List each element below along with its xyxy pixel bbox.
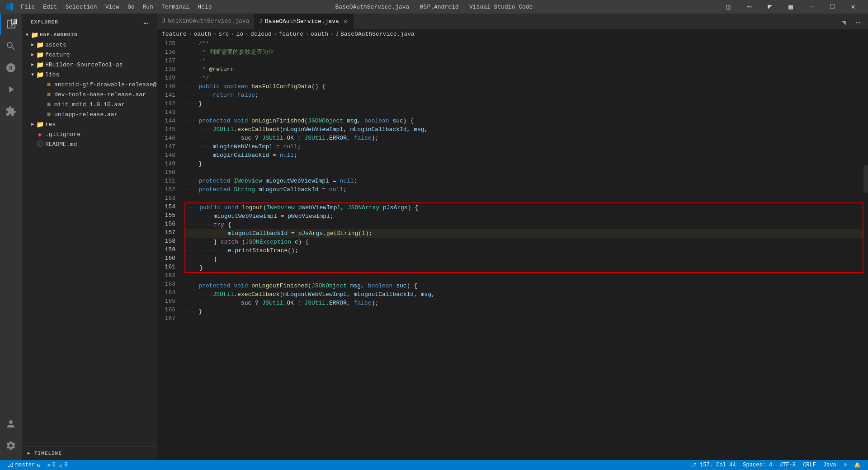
breadcrumb-sep-1: › (189, 31, 192, 38)
breadcrumb-io[interactable]: io (236, 31, 243, 38)
folder-icon-feature: 📁 (36, 51, 43, 58)
breadcrumb-oauth1[interactable]: oauth (193, 31, 211, 38)
status-eol[interactable]: CRLF (799, 460, 820, 470)
layout2-btn[interactable]: ▦ (780, 0, 801, 14)
menu-help[interactable]: Help (194, 3, 215, 11)
split-editor-btn[interactable]: ◥ (837, 16, 850, 29)
sidebar-toggle-btn[interactable]: ◫ (718, 0, 739, 14)
breadcrumb-sep-3: › (231, 31, 235, 38)
layout-btn[interactable]: ▭ (739, 0, 760, 14)
minimize-btn[interactable]: − (801, 0, 822, 14)
tab-baseoauth[interactable]: J BaseOAuthService.java ✕ (254, 14, 354, 29)
tree-item-root[interactable]: ▼ 📁 H5P.ANDROID (22, 30, 157, 40)
more-actions-btn[interactable]: ⋯ (852, 16, 864, 29)
tab-label-baseoauth: BaseOAuthService.java (265, 18, 339, 25)
tree-item-hbuilder[interactable]: ► 📁 HBuilder-SourceTool-as (22, 60, 157, 70)
tree-item-feature[interactable]: ► 📁 feature (22, 50, 157, 60)
maximize-btn[interactable]: □ (822, 0, 843, 14)
menu-go[interactable]: Go (124, 3, 138, 11)
code-line-139: ·····*/ (184, 74, 863, 82)
menu-terminal[interactable]: Terminal (158, 3, 193, 11)
status-spaces[interactable]: Spaces: 4 (739, 460, 776, 470)
activity-run[interactable] (0, 79, 22, 100)
editor-area: J WeiXinOAuthService.java J BaseOAuthSer… (157, 14, 868, 460)
code-line-157: ············mLogoutCallbackId = pJsArgs.… (185, 229, 863, 238)
tree-label-uniapp: uniapp-release.aar (54, 111, 118, 118)
breadcrumb-sep-2: › (213, 31, 217, 38)
menu-view[interactable]: View (102, 3, 123, 11)
tree-item-miit[interactable]: ► ■ miit_mdid_1.0.10.aar (22, 99, 157, 109)
tree-arrow-res: ► (29, 121, 36, 128)
code-line-167 (184, 316, 863, 324)
minimap-thumb[interactable] (863, 165, 868, 193)
status-notifications[interactable]: 🔔 (850, 460, 864, 470)
code-line-150 (184, 168, 863, 177)
tree-item-assets[interactable]: ► 📁 assets (22, 40, 157, 50)
activity-bar (0, 14, 22, 460)
folder-icon-res: 📁 (36, 121, 43, 128)
code-line-151: ····protected IWebview mLogoutWebViewImp… (184, 177, 863, 185)
tree-item-res[interactable]: ► 📁 res (22, 119, 157, 129)
code-editor: 135 136 137 138 139 140 141 142 143 144 … (157, 39, 868, 460)
timeline-section: ► TIMELINE (22, 446, 157, 460)
tab-close-baseoauth[interactable]: ✕ (342, 18, 349, 25)
code-line-143 (184, 108, 863, 117)
activity-search[interactable] (0, 35, 22, 57)
status-language[interactable]: Java (820, 460, 840, 470)
tree-label-hbuilder: HBuilder-SourceTool-as (45, 61, 123, 68)
eol-label: CRLF (803, 462, 816, 468)
tree-item-libs[interactable]: ▼ 📁 libs (22, 70, 157, 80)
tree-item-readme[interactable]: ► ⓘ README.md (22, 139, 157, 149)
menu-run[interactable]: Run (139, 3, 156, 11)
menu-edit[interactable]: Edit (39, 3, 61, 11)
close-btn[interactable]: ✕ (843, 0, 863, 14)
minimap (863, 39, 868, 460)
window-controls: ◫ ▭ ◤ ▦ − □ ✕ (718, 0, 863, 14)
menu-file[interactable]: File (17, 3, 38, 11)
status-feedback[interactable]: ☺ (840, 460, 850, 470)
file-icon-uniapp: ■ (45, 111, 52, 118)
bell-icon: 🔔 (854, 462, 861, 469)
code-line-148: ········mLoginCallbackId = null; (184, 151, 863, 160)
split-btn[interactable]: ◤ (760, 0, 780, 14)
folder-icon-assets: 📁 (36, 41, 43, 48)
tab-bar: J WeiXinOAuthService.java J BaseOAuthSer… (157, 14, 868, 29)
timeline-label: TIMELINE (34, 451, 62, 456)
tree-item-android-gif[interactable]: ► ■ android-gif-drawable-release@1.2.17.… (22, 80, 157, 89)
status-encoding[interactable]: UTF-8 (776, 460, 799, 470)
breadcrumb-feature2[interactable]: feature (279, 31, 304, 38)
activity-git[interactable] (0, 57, 22, 79)
breadcrumb-filename[interactable]: BaseOAuthService.java (340, 31, 415, 38)
code-line-142: ····} (184, 99, 863, 108)
git-branch-icon: ⎇ (7, 462, 14, 469)
activity-extensions[interactable] (0, 100, 22, 122)
code-content[interactable]: ····/** ·····* 判断需要的参数是否为空 ·····* ·····*… (180, 39, 863, 460)
tree-arrow-root: ▼ (24, 31, 31, 38)
activity-explorer[interactable] (0, 14, 22, 35)
status-errors[interactable]: ✕ 0 ⚠ 0 (43, 460, 71, 470)
breadcrumb-dcloud[interactable]: dcloud (250, 31, 272, 38)
breadcrumb: feature › oauth › src › io › dcloud › fe… (157, 29, 868, 39)
tab-weixinoauth[interactable]: J WeiXinOAuthService.java (157, 14, 254, 29)
explorer-title: EXPLORER (31, 19, 58, 25)
code-line-160: ········} (185, 255, 863, 263)
vscode-logo (5, 2, 14, 11)
tree-label-dev-tools: dev-tools-base-release.aar (54, 91, 146, 98)
activity-account[interactable] (0, 413, 22, 435)
timeline-header[interactable]: ► TIMELINE (22, 448, 157, 458)
activity-settings[interactable] (0, 435, 22, 456)
status-position[interactable]: Ln 157, Col 44 (687, 460, 740, 470)
folder-icon-libs: 📁 (36, 71, 43, 78)
tab-icon-weixinoauth: J (162, 18, 165, 24)
breadcrumb-src[interactable]: src (218, 31, 229, 38)
breadcrumb-feature[interactable]: feature (162, 31, 187, 38)
tree-item-gitignore[interactable]: ► ◆ .gitignore (22, 129, 157, 139)
menu-selection[interactable]: Selection (61, 3, 100, 11)
sidebar: EXPLORER … ▼ 📁 H5P.ANDROID ► 📁 assets ► … (22, 14, 157, 460)
status-git-branch[interactable]: ⎇ master ↻ (4, 460, 43, 470)
tree-item-uniapp[interactable]: ► ■ uniapp-release.aar (22, 109, 157, 119)
explorer-more-btn[interactable]: … (143, 18, 148, 26)
breadcrumb-oauth2[interactable]: oauth (311, 31, 328, 38)
tree-item-dev-tools[interactable]: ► ■ dev-tools-base-release.aar (22, 89, 157, 99)
sync-icon: ↻ (37, 462, 40, 469)
